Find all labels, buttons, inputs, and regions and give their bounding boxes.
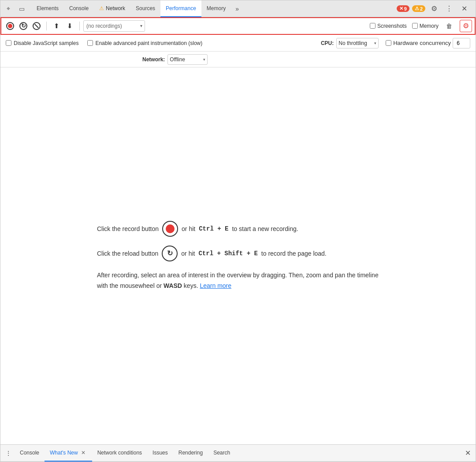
clear-recordings-btn[interactable]: 🗑 (444, 21, 454, 31)
upload-profile-button[interactable]: ⬆ (50, 20, 63, 32)
hardware-checkbox[interactable] (386, 40, 391, 46)
performance-toolbar: ↻ ⬆ ⬇ (no recordings) ▾ (0, 17, 476, 35)
devtools-quick-icons: ⌖ ▭ (2, 3, 28, 15)
settings-btn[interactable]: ⚙ (428, 3, 440, 15)
tab-console[interactable]: Console (64, 0, 94, 17)
warning-badge: ⚠ 2 (412, 5, 425, 12)
reload-or-text: or hit (181, 249, 195, 258)
reload-help-row: Click the reload button ↻ or hit Ctrl + … (97, 246, 379, 261)
disable-js-checkbox[interactable] (6, 40, 11, 46)
network-throttle-group: Network: Offline No throttling Fast 3G S… (142, 54, 208, 65)
error-count: 9 (404, 6, 407, 11)
record-icon (6, 22, 14, 30)
drawer-tab-whats-new[interactable]: What's New ✕ (45, 445, 92, 462)
capture-settings-icon: ⚙ (463, 22, 469, 30)
close-devtools-btn[interactable]: ✕ (458, 3, 470, 15)
learn-more-link[interactable]: Learn more (200, 282, 231, 289)
reload-record-button[interactable]: ↻ (17, 20, 30, 32)
record-help-row: Click the record button or hit Ctrl + E … (97, 221, 379, 237)
toolbar-left: ↻ ⬆ ⬇ (no recordings) ▾ (4, 20, 145, 32)
hardware-concurrency-group: Hardware concurrency (386, 38, 470, 48)
error-badge: ✕ 9 (397, 5, 409, 12)
recordings-select[interactable]: (no recordings) (83, 20, 145, 32)
memory-label[interactable]: Memory (420, 23, 439, 29)
tab-network-label: Network (106, 5, 125, 11)
tab-console-label: Console (69, 5, 89, 11)
description-middle: keys. (184, 282, 200, 289)
tab-network[interactable]: ⚠ Network (94, 0, 130, 17)
disable-js-label[interactable]: Disable JavaScript samples (14, 40, 78, 46)
tab-bar-left: ⌖ ▭ Elements Console ⚠ Network Sources P… (2, 0, 397, 17)
enable-paint-label[interactable]: Enable advanced paint instrumentation (s… (95, 40, 202, 46)
description-start: After recording, select an area of inter… (97, 272, 379, 289)
more-tabs-btn[interactable]: » (231, 0, 243, 17)
cpu-throttle-group: CPU: No throttling 2× slowdown 4× slowdo… (321, 38, 379, 48)
clear-icon (33, 22, 41, 30)
tab-bar-right: ✕ 9 ⚠ 2 ⚙ ⋮ ✕ (397, 3, 474, 15)
drawer-close-btn[interactable]: ✕ (461, 447, 474, 459)
screenshots-label[interactable]: Screenshots (377, 23, 407, 29)
drawer-tab-network-conditions[interactable]: Network conditions (92, 445, 147, 462)
drawer-whats-new-label: What's New (50, 450, 78, 456)
drawer-tab-search[interactable]: Search (208, 445, 235, 462)
reload-instruction-text: Click the reload button (97, 249, 158, 258)
record-suffix-text: to start a new recording. (232, 224, 298, 234)
network-label: Network: (142, 56, 165, 63)
cpu-throttle-select[interactable]: No throttling 2× slowdown 4× slowdown (336, 38, 379, 48)
drawer-console-label: Console (20, 450, 39, 456)
error-icon: ✕ (399, 6, 403, 11)
hardware-label[interactable]: Hardware concurrency (393, 40, 451, 46)
cpu-select-wrapper: No throttling 2× slowdown 4× slowdown ▾ (336, 38, 379, 48)
record-instruction-text: Click the record button (97, 224, 159, 234)
reload-circle-icon: ↻ (162, 246, 178, 261)
drawer-tab-rendering[interactable]: Rendering (173, 445, 208, 462)
drawer-whats-new-close[interactable]: ✕ (80, 449, 87, 456)
drawer-rendering-label: Rendering (178, 450, 203, 456)
enable-paint-checkbox[interactable] (87, 40, 93, 46)
record-button[interactable] (4, 20, 16, 32)
device-toolbar-btn[interactable]: ▭ (15, 3, 28, 15)
hardware-input[interactable] (453, 38, 470, 48)
tab-sources-label: Sources (136, 5, 155, 11)
help-description: After recording, select an area of inter… (97, 270, 379, 291)
drawer-tab-issues[interactable]: Issues (147, 445, 173, 462)
toolbar-divider-1 (46, 22, 47, 30)
network-throttle-select[interactable]: Offline No throttling Fast 3G Slow 3G (167, 54, 208, 65)
more-options-btn[interactable]: ⋮ (443, 3, 455, 15)
help-content: Click the record button or hit Ctrl + E … (97, 221, 379, 291)
record-or-text: or hit (182, 224, 195, 234)
bottom-drawer: ⋮ Console What's New ✕ Network condition… (0, 444, 476, 462)
clear-button[interactable] (30, 20, 43, 32)
drawer-issues-label: Issues (152, 450, 168, 456)
tab-memory[interactable]: Memory (201, 0, 231, 17)
memory-checkbox[interactable] (412, 23, 418, 29)
memory-checkbox-group: Memory (412, 23, 439, 29)
upload-icon: ⬆ (54, 22, 60, 30)
recordings-select-wrapper: (no recordings) ▾ (83, 20, 145, 32)
drawer-tab-console[interactable]: Console (15, 445, 45, 462)
tab-elements[interactable]: Elements (31, 0, 64, 17)
tab-elements-label: Elements (37, 5, 59, 11)
drawer-tab-bar: ⋮ Console What's New ✕ Network condition… (0, 445, 476, 462)
inspect-icon-btn[interactable]: ⌖ (2, 3, 15, 15)
tab-sources[interactable]: Sources (130, 0, 160, 17)
download-icon: ⬇ (67, 22, 73, 30)
reload-circle-arrow: ↻ (167, 248, 173, 259)
options-row: Disable JavaScript samples Enable advanc… (0, 35, 476, 52)
network-options-row: Network: Offline No throttling Fast 3G S… (0, 52, 476, 67)
tab-performance[interactable]: Performance (160, 0, 201, 17)
drawer-search-label: Search (213, 450, 230, 456)
download-profile-button[interactable]: ⬇ (63, 20, 76, 32)
record-circle-icon (162, 221, 178, 237)
screenshots-checkbox[interactable] (370, 23, 376, 29)
record-inner-circle (166, 224, 175, 233)
capture-settings-btn[interactable]: ⚙ (460, 20, 472, 32)
toolbar-divider-2 (79, 22, 80, 30)
toolbar-right: Screenshots Memory 🗑 ⚙ (370, 20, 472, 32)
devtools-window: ⌖ ▭ Elements Console ⚠ Network Sources P… (0, 0, 476, 462)
wasd-keys: WASD (164, 282, 182, 289)
warning-count: 2 (420, 6, 423, 11)
tab-memory-label: Memory (207, 5, 226, 11)
cpu-label: CPU: (321, 40, 334, 46)
drawer-menu-btn[interactable]: ⋮ (2, 447, 15, 459)
